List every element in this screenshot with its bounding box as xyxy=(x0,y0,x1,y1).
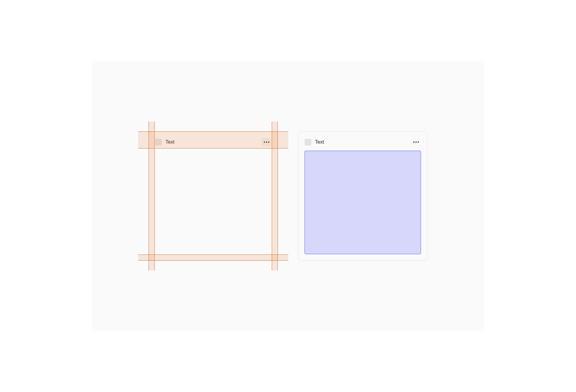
card-title: Text xyxy=(315,139,324,145)
card-header-left: Text xyxy=(155,139,174,145)
card[interactable]: Text xyxy=(298,131,427,261)
more-button[interactable] xyxy=(262,138,271,146)
more-horizontal-icon xyxy=(413,141,419,143)
design-canvas: Text Text xyxy=(92,61,484,331)
placeholder-icon xyxy=(305,139,311,145)
card[interactable]: Text xyxy=(149,131,278,261)
card-header: Text xyxy=(305,138,421,146)
card-inspected: Text xyxy=(149,131,278,261)
placeholder-icon xyxy=(155,139,162,145)
card-body-selected[interactable] xyxy=(305,151,421,254)
card-body[interactable] xyxy=(155,151,271,254)
card-title: Text xyxy=(165,139,174,145)
more-horizontal-icon xyxy=(264,141,269,143)
card-header: Text xyxy=(155,138,271,146)
more-button[interactable] xyxy=(411,138,421,146)
card-normal: Text xyxy=(298,131,427,261)
card-header-left: Text xyxy=(305,139,324,145)
